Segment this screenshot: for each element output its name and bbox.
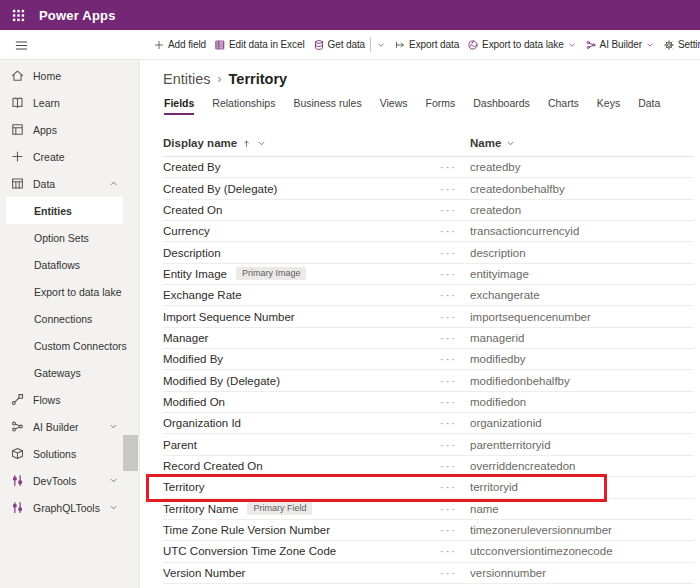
sidebar-item-entities[interactable]: Entities [6, 197, 123, 224]
sidebar-item-label: Flows [33, 394, 60, 406]
breadcrumb-separator: › [218, 72, 222, 86]
sidebar-item-ai-builder[interactable]: AI Builder [6, 413, 123, 440]
export-to-data-lake-button[interactable]: Export to data lake [463, 30, 580, 59]
logical-name-cell: utcconversiontimezonecode [470, 545, 694, 557]
sidebar-item-devtools[interactable]: DevTools [6, 467, 123, 494]
display-name-cell: Record Created On [163, 460, 440, 472]
sidebar-item-learn[interactable]: Learn [6, 89, 123, 116]
row-more-actions-button[interactable]: ··· [440, 268, 470, 280]
table-row-utc-conversion-time-zone-code[interactable]: UTC Conversion Time Zone Code···utcconve… [163, 541, 694, 562]
table-row-created-by-delegate[interactable]: Created By (Delegate)···createdonbehalfb… [163, 178, 694, 199]
row-more-actions-button[interactable]: ··· [440, 481, 470, 493]
export-arrow-icon [394, 39, 406, 51]
export-data-button[interactable]: Export data [390, 30, 463, 59]
table-row-modified-by-delegate[interactable]: Modified By (Delegate)···modifiedonbehal… [163, 370, 694, 391]
tab-dashboards[interactable]: Dashboards [472, 97, 531, 116]
table-row-manager[interactable]: Manager···managerid [163, 328, 694, 349]
tab-business-rules[interactable]: Business rules [292, 97, 362, 116]
table-row-modified-on[interactable]: Modified On···modifiedon [163, 392, 694, 413]
table-row-import-sequence-number[interactable]: Import Sequence Number···importsequencen… [163, 306, 694, 327]
sidebar-item-gateways[interactable]: Gateways [6, 359, 123, 386]
get-data-dropdown-button[interactable] [372, 30, 390, 59]
row-more-actions-button[interactable]: ··· [440, 353, 470, 365]
row-more-actions-button[interactable]: ··· [440, 503, 470, 515]
breadcrumb-entities-link[interactable]: Entities [163, 71, 211, 87]
sidebar-item-data[interactable]: Data [6, 170, 123, 197]
table-row-time-zone-rule-version-number[interactable]: Time Zone Rule Version Number···timezone… [163, 520, 694, 541]
table-row-record-created-on[interactable]: Record Created On···overriddencreatedon [163, 456, 694, 477]
row-more-actions-button[interactable]: ··· [440, 311, 470, 323]
table-row-organization-id[interactable]: Organization Id···organizationid [163, 413, 694, 434]
display-name-cell: Parent [163, 439, 440, 451]
table-row-territory[interactable]: Territory···territoryid [163, 477, 694, 498]
table-row-modified-by[interactable]: Modified By···modifiedby [163, 349, 694, 370]
column-header-display-name[interactable]: Display name [163, 137, 470, 149]
sidebar-item-label: Data [33, 178, 55, 190]
sidebar-item-dataflows[interactable]: Dataflows [6, 251, 123, 278]
row-more-actions-button[interactable]: ··· [440, 247, 470, 259]
tab-keys[interactable]: Keys [596, 97, 621, 116]
logical-name-cell: createdon [470, 204, 694, 216]
get-data-button[interactable]: Get data [309, 30, 370, 59]
table-row-currency[interactable]: Currency···transactioncurrencyid [163, 221, 694, 242]
row-more-actions-button[interactable]: ··· [440, 460, 470, 472]
table-row-description[interactable]: Description···description [163, 242, 694, 263]
tab-fields[interactable]: Fields [163, 97, 195, 116]
sidebar-item-custom-connectors[interactable]: Custom Connectors [6, 332, 123, 359]
row-more-actions-button[interactable]: ··· [440, 289, 470, 301]
command-bar-items: Add fieldEdit data in ExcelGet dataExpor… [149, 30, 700, 59]
sidebar-item-label: Option Sets [34, 232, 89, 244]
table-row-created-on[interactable]: Created On···createdon [163, 200, 694, 221]
table-row-version-number[interactable]: Version Number···versionnumber [163, 563, 694, 584]
row-more-actions-button[interactable]: ··· [440, 524, 470, 536]
display-name-text: Created On [163, 204, 222, 216]
sidebar-item-export-to-data-lake[interactable]: Export to data lake [6, 278, 123, 305]
row-more-actions-button[interactable]: ··· [440, 183, 470, 195]
table-row-created-by[interactable]: Created By···createdby [163, 157, 694, 178]
edit-data-in-excel-button[interactable]: Edit data in Excel [210, 30, 308, 59]
chevron-down-icon [505, 138, 516, 149]
table-row-entity-image[interactable]: Entity ImagePrimary Image···entityimage [163, 264, 694, 285]
ai-builder-button[interactable]: AI Builder [581, 30, 659, 59]
row-more-actions-button[interactable]: ··· [440, 396, 470, 408]
row-more-actions-button[interactable]: ··· [440, 375, 470, 387]
sidebar-item-option-sets[interactable]: Option Sets [6, 224, 123, 251]
sidebar-scrollbar-thumb[interactable] [123, 435, 138, 471]
table-icon [10, 176, 25, 191]
row-more-actions-button[interactable]: ··· [440, 567, 470, 579]
settings-button[interactable]: Settings [659, 30, 700, 59]
sidebar-item-apps[interactable]: Apps [6, 116, 123, 143]
tab-label: Business rules [293, 97, 361, 109]
sidebar-item-connections[interactable]: Connections [6, 305, 123, 332]
tab-charts[interactable]: Charts [547, 97, 580, 116]
tab-views[interactable]: Views [379, 97, 409, 116]
table-row-parent[interactable]: Parent···parentterritoryid [163, 434, 694, 455]
tab-relationships[interactable]: Relationships [211, 97, 276, 116]
row-more-actions-button[interactable]: ··· [440, 545, 470, 557]
sidebar-item-graphqltools[interactable]: GraphQLTools [6, 494, 123, 521]
sidebar-item-flows[interactable]: Flows [6, 386, 123, 413]
data-lake-icon [467, 39, 479, 51]
row-more-actions-button[interactable]: ··· [440, 161, 470, 173]
row-more-actions-button[interactable]: ··· [440, 439, 470, 451]
ai-builder-icon [10, 419, 25, 434]
row-more-actions-button[interactable]: ··· [440, 225, 470, 237]
table-row-exchange-rate[interactable]: Exchange Rate···exchangerate [163, 285, 694, 306]
field-badge: Primary Image [236, 267, 307, 280]
command-label: AI Builder [600, 39, 642, 50]
column-header-name[interactable]: Name [470, 137, 694, 149]
add-field-button[interactable]: Add field [149, 30, 210, 59]
sidebar-item-create[interactable]: Create [6, 143, 123, 170]
row-more-actions-button[interactable]: ··· [440, 417, 470, 429]
sidebar-item-solutions[interactable]: Solutions [6, 440, 123, 467]
row-more-actions-button[interactable]: ··· [440, 204, 470, 216]
sidebar-item-home[interactable]: Home [6, 62, 123, 89]
tab-data[interactable]: Data [637, 97, 661, 116]
display-name-cell: Created On [163, 204, 440, 216]
apps-icon [10, 122, 25, 137]
hamburger-menu-button[interactable] [9, 34, 33, 56]
tab-forms[interactable]: Forms [425, 97, 457, 116]
waffle-menu-button[interactable] [0, 0, 36, 30]
row-more-actions-button[interactable]: ··· [440, 332, 470, 344]
table-row-territory-name[interactable]: Territory NamePrimary Field···name [163, 499, 694, 520]
